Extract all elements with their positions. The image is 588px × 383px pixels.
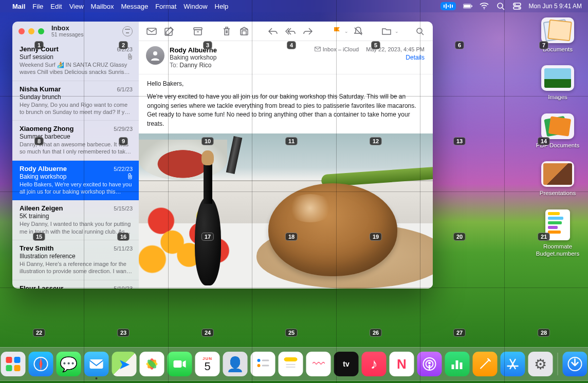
menubar: Mail File Edit View Mailbox Message Form… <box>0 0 588 12</box>
dock-app-notes[interactable] <box>279 352 303 376</box>
dock-app-contacts[interactable]: 👤 <box>223 352 248 376</box>
menu-message[interactable]: Message <box>121 3 148 10</box>
dock-app-calendar[interactable]: JUN5 <box>195 352 220 376</box>
svg-rect-22 <box>6 357 12 363</box>
dock-app-tv[interactable]: tv <box>334 352 359 376</box>
dock-app-facetime[interactable] <box>168 352 192 376</box>
compose-button[interactable] <box>161 25 177 38</box>
filter-button-icon[interactable] <box>122 26 133 36</box>
svg-rect-3 <box>450 4 451 8</box>
menubar-clock[interactable]: Mon Jun 5 9:41 AM <box>529 3 582 10</box>
svg-rect-7 <box>471 5 472 7</box>
svg-rect-18 <box>241 29 248 35</box>
mail-window: Inbox 51 messages Jenny Court6/2/23Surf … <box>12 22 433 289</box>
dock-app-numbers[interactable] <box>445 352 470 376</box>
message-list[interactable]: Jenny Court6/2/23Surf sessionWeekend Sur… <box>12 41 139 289</box>
forward-button[interactable] <box>300 25 316 38</box>
message-list-item[interactable]: Fleur Lasseur5/10/23Baseball team fundra… <box>12 280 139 289</box>
control-center-icon[interactable] <box>512 2 522 11</box>
search-button[interactable] <box>412 25 428 38</box>
menu-view[interactable]: View <box>69 3 84 10</box>
move-button[interactable] <box>379 25 395 38</box>
menu-edit[interactable]: Edit <box>50 3 62 10</box>
flag-button[interactable] <box>329 25 344 38</box>
desktop-folder-documents[interactable]: Documents <box>535 17 581 53</box>
zoom-window-button[interactable] <box>38 28 44 34</box>
svg-rect-45 <box>460 362 463 369</box>
message-list-item[interactable]: Nisha Kumar6/1/23Sunday brunchHey Danny,… <box>12 81 139 121</box>
message-attachment-image[interactable] <box>139 133 433 289</box>
folder-icon <box>541 113 574 139</box>
dock-app-mail[interactable] <box>84 352 109 376</box>
window-controls <box>19 28 44 34</box>
dock-app-maps[interactable]: ➤ <box>112 352 137 376</box>
dock-downloads[interactable] <box>563 352 587 376</box>
close-window-button[interactable] <box>19 28 25 34</box>
attachment-icon <box>127 53 133 61</box>
message-preview: Hi Danny, Here's a reference image for t… <box>20 260 133 275</box>
mailbox-icon <box>315 47 321 52</box>
menu-help[interactable]: Help <box>215 3 229 10</box>
mail-toolbar: ⌄ ⌄ <box>139 22 433 41</box>
dock-app-reminders[interactable] <box>251 352 275 376</box>
move-menu-chevron-icon[interactable]: ⌄ <box>395 29 399 34</box>
message-list-item[interactable]: Xiaomeng Zhong5/29/23Summer barbecueDann… <box>12 121 139 161</box>
dock-app-appstore[interactable] <box>501 352 525 376</box>
spotlight-icon[interactable] <box>496 2 505 11</box>
delete-button[interactable] <box>219 25 234 38</box>
message-date: 6/2/23 <box>117 46 133 52</box>
minimize-window-button[interactable] <box>28 28 34 34</box>
menu-mailbox[interactable]: Mailbox <box>91 3 114 10</box>
dock-app-launchpad[interactable] <box>1 352 26 376</box>
message-date: 5/29/23 <box>114 126 133 132</box>
details-link[interactable]: Details <box>406 54 425 61</box>
reply-all-button[interactable] <box>283 25 298 38</box>
wifi-icon[interactable] <box>480 2 489 11</box>
svg-point-34 <box>258 359 261 362</box>
desktop-file-roommate-budget[interactable]: Roommate Budget.numbers <box>535 209 581 258</box>
desktop-folder-images[interactable]: Images <box>535 65 581 101</box>
battery-icon[interactable] <box>463 2 472 11</box>
message-sender: Aileen Zeigen <box>20 204 114 212</box>
message-subject: Baking workshop <box>170 54 309 61</box>
message-subject: Baking workshop <box>20 173 66 180</box>
desktop-folder-pdf-documents[interactable]: PDF Documents <box>535 113 581 149</box>
dock-app-settings[interactable]: ⚙︎ <box>528 352 553 376</box>
message-list-item[interactable]: Rody Albuerne5/22/23Baking workshopHello… <box>12 161 139 201</box>
dock-app-safari[interactable] <box>29 352 53 376</box>
flag-menu-chevron-icon[interactable]: ⌄ <box>344 29 348 34</box>
menu-format[interactable]: Format <box>155 3 176 10</box>
message-date: 5/10/23 <box>114 285 133 289</box>
message-list-item[interactable]: Aileen Zeigen5/15/235K trainingHey Danny… <box>12 200 139 240</box>
archive-button[interactable] <box>190 25 206 38</box>
message-list-item[interactable]: Jenny Court6/2/23Surf sessionWeekend Sur… <box>12 41 139 81</box>
mute-button[interactable] <box>351 25 366 38</box>
menu-file[interactable]: File <box>32 3 43 10</box>
mail-titlebar: Inbox 51 messages <box>12 22 139 41</box>
message-subject: 5K training <box>20 213 49 220</box>
message-subject: Surf session <box>20 53 53 61</box>
voice-control-icon[interactable] <box>440 2 456 10</box>
dock-app-photos[interactable] <box>140 352 164 376</box>
get-mail-button[interactable] <box>144 25 159 38</box>
junk-button[interactable] <box>236 25 252 38</box>
message-sender: Rody Albuerne <box>20 165 114 173</box>
reply-button[interactable] <box>265 25 281 38</box>
dock-app-freeform[interactable]: 〰 <box>306 352 331 376</box>
menu-window[interactable]: Window <box>183 3 207 10</box>
desktop-folder-presentations[interactable]: Presentations <box>535 161 581 197</box>
desktop-stacks: Documents Images PDF Documents Presentat… <box>535 17 581 257</box>
message-list-item[interactable]: Trev Smith5/11/23Illustration referenceH… <box>12 240 139 280</box>
sender-avatar-icon[interactable] <box>146 46 164 65</box>
message-subject: Illustration reference <box>20 253 76 260</box>
menubar-app-name[interactable]: Mail <box>12 3 25 10</box>
dock-app-news[interactable]: N <box>390 352 414 376</box>
dock-app-messages[interactable]: 💬 <box>57 352 81 376</box>
dock-app-music[interactable]: ♪ <box>362 352 387 376</box>
dock-app-pages[interactable] <box>473 352 498 376</box>
mail-sidebar: Inbox 51 messages Jenny Court6/2/23Surf … <box>12 22 139 289</box>
message-date: 6/1/23 <box>117 86 133 92</box>
svg-rect-0 <box>444 5 445 8</box>
dock-app-podcasts[interactable] <box>417 352 442 376</box>
svg-rect-14 <box>147 28 156 34</box>
